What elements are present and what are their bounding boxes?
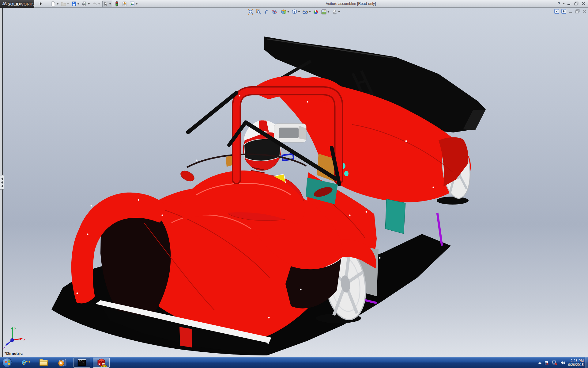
new-document-icon [51,1,56,6]
view-settings-button[interactable] [331,9,341,15]
triad-z-label: z [3,346,5,350]
view-orientation-icon [281,9,287,15]
start-button[interactable] [2,358,12,367]
previous-view-button[interactable] [263,9,270,15]
doc-minimize-button[interactable] [568,9,573,13]
print-icon [82,1,87,6]
edit-appearance-button[interactable] [313,9,319,15]
document-window-controls [554,9,587,14]
heads-up-view-toolbar [247,9,341,15]
undo-dropdown-caret [98,3,100,5]
restore-icon [574,2,579,6]
taskbar-windows-explorer[interactable] [37,358,50,368]
options-button[interactable] [129,1,138,7]
featuremanager-collapsed-tab[interactable] [0,175,4,190]
options-checklist-icon [130,1,135,6]
view-settings-caret[interactable] [338,11,340,13]
title-toolbar-bar: 3S SOLIDWORKS [0,0,588,8]
triad-x-label: x [23,337,25,341]
save-dropdown-caret[interactable] [77,3,79,5]
taskbar-internet-explorer[interactable]: e [20,358,33,368]
solidworks-version-badge: 2015 [101,364,107,367]
pane-expand-right-button[interactable] [561,9,566,14]
hide-show-items-caret[interactable] [309,11,311,13]
display-style-icon [292,9,297,15]
action-center-icon[interactable] [544,360,549,365]
save-floppy-icon [71,1,77,6]
new-dropdown-caret[interactable] [57,3,58,5]
taskbar-command-prompt[interactable]: C:\_ [74,358,90,368]
display-style-caret[interactable] [298,11,300,13]
command-prompt-icon: C:\_ [78,359,86,366]
brand-solid: SOLID [8,2,20,6]
open-folder-icon [61,1,66,6]
zoom-to-area-icon [256,9,262,15]
restore-button[interactable] [573,1,579,6]
apply-scene-button[interactable] [321,9,330,15]
zoom-to-area-button[interactable] [255,9,262,15]
taskbar: e C:\_ S W [0,357,588,368]
help-button[interactable]: ? [557,1,561,6]
network-status-icon[interactable] [552,360,557,365]
help-dropdown-caret[interactable] [563,3,565,4]
tray-time: 2:25 PM [568,359,584,363]
volume-icon[interactable] [560,360,565,365]
close-button[interactable] [581,1,587,6]
tray-date: 6/26/2015 [568,363,584,367]
rebuild-traffic-light-icon [114,1,119,6]
print-dropdown-caret[interactable] [88,3,90,5]
print-button[interactable] [81,1,90,7]
minimize-icon [567,2,571,6]
pane-expand-left-button[interactable] [554,9,559,14]
apply-scene-icon [321,9,327,15]
view-orientation-caret[interactable] [288,11,289,13]
show-desktop-button[interactable] [585,357,588,368]
open-dropdown-caret [67,3,69,5]
select-cursor-icon [103,1,108,6]
graphics-viewport[interactable]: y x z *Dimetric [0,8,588,357]
zoom-to-fit-button[interactable] [247,9,254,15]
minimize-button[interactable] [566,1,572,6]
rear-view-mirror[interactable] [274,124,306,142]
view-orientation-button[interactable] [281,9,290,15]
screen: 3S SOLIDWORKS [0,0,588,368]
hide-show-items-icon [303,9,308,15]
window-controls: ? [557,1,587,6]
previous-view-icon [264,9,270,15]
new-document-button[interactable] [50,1,59,7]
options-dropdown-caret[interactable] [136,3,138,5]
section-view-button[interactable] [271,9,278,15]
windows-logo-icon [5,360,10,365]
taskbar-solidworks[interactable]: S W 2015 [93,358,110,368]
internet-explorer-icon: e [22,358,31,367]
hide-show-items-button[interactable] [302,9,311,15]
side-panel-teal[interactable] [385,199,405,234]
show-hidden-icons-button[interactable] [538,362,541,364]
file-properties-button[interactable] [122,1,127,7]
doc-restore-button[interactable] [575,9,580,13]
graphics-area[interactable] [0,8,588,357]
apply-scene-caret[interactable] [328,11,330,13]
triad-y-label: y [14,327,16,330]
tray-clock[interactable]: 2:25 PM 6/26/2015 [568,359,584,367]
folder-icon [40,360,48,366]
taskbar-media-player[interactable] [56,358,69,368]
system-tray: 2:25 PM 6/26/2015 [538,357,584,368]
rebuild-button[interactable] [114,1,120,7]
media-player-icon [58,359,67,367]
view-orientation-label: *Dimetric [5,351,23,356]
side-mirror-left[interactable] [179,169,196,183]
menu-expand-arrow-icon[interactable] [40,2,42,6]
edit-appearance-icon [313,9,319,15]
undo-icon [92,1,97,6]
undo-button [92,1,100,7]
dassault-systemes-logo-icon: 3S [2,2,6,6]
close-icon [582,2,586,6]
save-button[interactable] [71,1,80,7]
doc-close-button[interactable] [582,9,587,13]
open-button [61,1,69,7]
select-dropdown-caret[interactable] [109,3,111,5]
race-car-model[interactable] [51,36,486,355]
select-tool-button[interactable] [102,1,112,7]
display-style-button[interactable] [291,9,301,15]
